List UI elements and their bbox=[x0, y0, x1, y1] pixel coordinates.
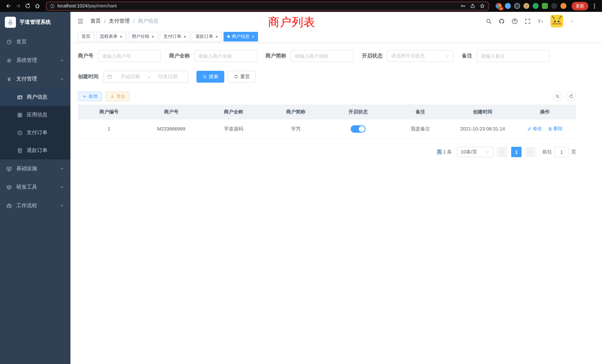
bookmark-star-icon[interactable] bbox=[480, 3, 485, 9]
status-select[interactable]: 请选择开启状态 bbox=[387, 50, 454, 62]
close-tab-icon[interactable]: × bbox=[120, 34, 122, 39]
sidebar-item-label: 基础设施 bbox=[16, 165, 37, 172]
tab-merchant-info[interactable]: 商户信息× bbox=[224, 32, 258, 41]
sidebar-item-dev-tools[interactable]: 研发工具 bbox=[0, 178, 70, 196]
close-tab-icon[interactable]: × bbox=[215, 34, 218, 39]
font-size-icon[interactable]: TT bbox=[538, 18, 544, 24]
avatar-extension-icon[interactable] bbox=[523, 3, 529, 9]
help-icon[interactable] bbox=[512, 18, 518, 24]
cell-full-name: 芋道源码 bbox=[202, 126, 265, 132]
grid-icon bbox=[17, 112, 23, 118]
password-key-icon[interactable] bbox=[460, 3, 466, 9]
sidebar: 芋道管理系统 首页 系统管理 ¥ 支付管理 商户信息 bbox=[0, 12, 70, 364]
sidebar-item-app-info[interactable]: 应用信息 bbox=[0, 106, 70, 124]
next-page-button[interactable] bbox=[525, 147, 536, 157]
column-header: 备注 bbox=[389, 108, 452, 115]
date-start-placeholder: 开始日期 bbox=[114, 73, 147, 80]
remark-input[interactable] bbox=[481, 53, 545, 59]
cell-remark: 我是备注 bbox=[389, 126, 452, 132]
dark-circle-extension-icon[interactable] bbox=[514, 3, 520, 9]
sidebar-item-home[interactable]: 首页 bbox=[0, 33, 70, 51]
add-button[interactable]: 新增 bbox=[78, 92, 102, 101]
edit-button[interactable]: 修改 bbox=[527, 126, 542, 132]
toggle-search-button[interactable] bbox=[553, 92, 562, 101]
tab-process-form[interactable]: 流程表单× bbox=[96, 32, 126, 41]
tab-label: 商户信息 bbox=[232, 33, 249, 40]
breadcrumb-home[interactable]: 首页 bbox=[90, 18, 101, 24]
breadcrumb-separator: / bbox=[104, 18, 106, 24]
sidebar-item-payment-order[interactable]: 支付订单 bbox=[0, 124, 70, 142]
column-header: 商户全称 bbox=[202, 108, 265, 115]
sidebar-item-workflow[interactable]: 工作流程 bbox=[0, 196, 70, 215]
refresh-table-button[interactable] bbox=[566, 92, 576, 101]
tab-user-group[interactable]: 用户分组× bbox=[128, 32, 158, 41]
cell-create-time: 2021-10-23 08:31:14 bbox=[452, 126, 514, 132]
blue-drop-extension-icon[interactable] bbox=[505, 3, 511, 9]
export-button[interactable]: 导出 bbox=[106, 92, 130, 101]
tab-payment-order[interactable]: 支付订单× bbox=[160, 32, 190, 41]
tab-label: 用户分组 bbox=[132, 33, 149, 40]
add-button-label: 新增 bbox=[89, 93, 97, 99]
sidebar-item-merchant-info[interactable]: 商户信息 bbox=[0, 88, 70, 106]
browser-menu-button[interactable] bbox=[594, 5, 595, 7]
pagination: 共 1 条 10条/页 1 前往 页 bbox=[78, 147, 576, 157]
page-content: 商户号 商户全称 商户简称 开启状态 请选择开启状态 bbox=[70, 43, 602, 364]
close-tab-icon[interactable]: × bbox=[252, 34, 254, 39]
remark-label: 备注 bbox=[462, 53, 472, 59]
green-square-extension-icon[interactable] bbox=[542, 3, 548, 9]
profile-avatar-icon[interactable] bbox=[560, 3, 566, 9]
sidebar-item-system[interactable]: 系统管理 bbox=[0, 51, 70, 70]
chevron-down-icon bbox=[60, 203, 64, 208]
user-avatar[interactable] bbox=[550, 15, 563, 27]
delete-button[interactable]: 删除 bbox=[548, 126, 563, 132]
rabbit-logo-icon bbox=[5, 17, 16, 28]
hamburger-icon bbox=[77, 18, 84, 24]
tab-refund-order[interactable]: 退款订单× bbox=[192, 32, 222, 41]
collapse-sidebar-button[interactable] bbox=[76, 16, 85, 26]
page-number-button[interactable]: 1 bbox=[511, 147, 522, 157]
colorful-extension-icon[interactable]: 10 bbox=[496, 3, 502, 9]
extensions-area: 10 bbox=[496, 3, 566, 9]
site-info-icon[interactable] bbox=[50, 3, 55, 8]
breadcrumb-payment[interactable]: 支付管理 bbox=[109, 18, 130, 24]
prev-page-button[interactable] bbox=[497, 147, 507, 157]
back-button[interactable] bbox=[4, 1, 13, 11]
chevron-down-icon bbox=[60, 166, 64, 171]
chevron-down-icon bbox=[60, 58, 64, 63]
github-icon[interactable] bbox=[499, 18, 505, 24]
page-size-value: 10条/页 bbox=[461, 149, 477, 155]
fullscreen-icon[interactable] bbox=[525, 18, 531, 24]
reload-button[interactable] bbox=[23, 1, 33, 11]
goto-page-input[interactable] bbox=[555, 147, 569, 157]
reset-button[interactable]: 重置 bbox=[228, 71, 256, 83]
green-circle-extension-icon[interactable] bbox=[533, 3, 539, 9]
goto-label: 前往 bbox=[542, 149, 552, 155]
merchant-no-input[interactable] bbox=[102, 53, 157, 59]
forward-button[interactable] bbox=[13, 1, 23, 11]
search-icon[interactable] bbox=[486, 18, 492, 24]
home-button[interactable] bbox=[33, 1, 42, 11]
tab-label: 流程表单 bbox=[100, 33, 118, 40]
sidebar-item-refund-order[interactable]: 退款订单 bbox=[0, 142, 70, 159]
page-size-select[interactable]: 10条/页 bbox=[457, 147, 493, 157]
close-tab-icon[interactable]: × bbox=[183, 34, 186, 39]
share-icon[interactable] bbox=[470, 3, 475, 9]
gear-icon bbox=[6, 58, 12, 63]
sidebar-item-infrastructure[interactable]: 基础设施 bbox=[0, 159, 70, 178]
tab-home[interactable]: 首页 bbox=[78, 32, 94, 41]
sidebar-item-label: 支付管理 bbox=[16, 76, 37, 82]
pin-extension-icon[interactable] bbox=[551, 3, 557, 9]
short-name-input[interactable] bbox=[295, 53, 350, 59]
breadcrumb-separator: / bbox=[133, 18, 135, 24]
browser-update-button[interactable]: 更新 bbox=[572, 2, 588, 10]
address-bar[interactable]: localhost:1024/pay/merchant bbox=[46, 1, 489, 11]
app-logo[interactable]: 芋道管理系统 bbox=[0, 12, 70, 33]
chevron-down-icon bbox=[570, 19, 574, 23]
search-button[interactable]: 搜索 bbox=[196, 71, 224, 83]
close-tab-icon[interactable]: × bbox=[152, 34, 154, 39]
sidebar-item-payment[interactable]: ¥ 支付管理 bbox=[0, 70, 70, 88]
status-toggle[interactable] bbox=[351, 125, 366, 132]
table-toolbar: 新增 导出 bbox=[78, 92, 576, 101]
create-time-range-picker[interactable]: 开始日期 - 结束日期 bbox=[103, 71, 188, 83]
full-name-input[interactable] bbox=[198, 53, 253, 59]
